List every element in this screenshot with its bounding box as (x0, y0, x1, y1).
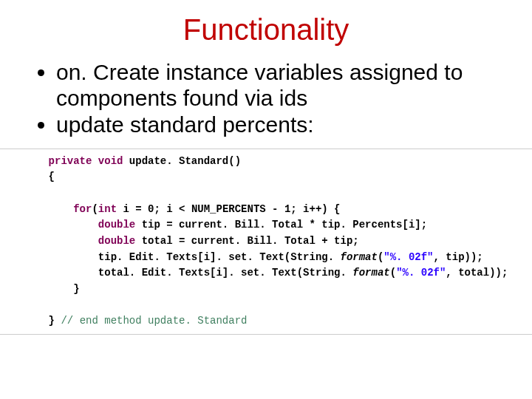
code-text: { (49, 171, 55, 183)
code-keyword: int (98, 203, 117, 215)
code-keyword: for (73, 203, 92, 215)
code-text: ( (390, 267, 396, 279)
code-text: , total)); (446, 267, 508, 279)
code-string: "%. 02f" (396, 267, 446, 279)
code-fn: format (352, 267, 389, 279)
code-comment: // end method update. Standard (61, 315, 247, 327)
code-string: "%. 02f" (383, 251, 433, 263)
slide: Functionality on. Create instance variab… (0, 0, 532, 399)
code-text: tip. Edit. Texts[i]. set. Text(String. (98, 251, 341, 263)
code-text: update. Standard() (123, 155, 241, 167)
bullet-item: on. Create instance variables assigned t… (56, 60, 502, 111)
code-text: total = current. Bill. Total + tip; (135, 235, 358, 247)
code-text: , tip)); (434, 251, 483, 263)
code-keyword: double (98, 219, 135, 231)
slide-title: Functionality (30, 13, 502, 47)
code-text: } (49, 315, 61, 327)
code-block: private void update. Standard() { for(in… (0, 149, 532, 335)
code-text: tip = current. Bill. Total * tip. Percen… (135, 219, 427, 231)
code-keyword: void (98, 155, 123, 167)
code-text: i = 0; i < NUM_PERCENTS - 1; i++) { (117, 203, 340, 215)
code-keyword: double (98, 235, 135, 247)
code-text: ( (92, 203, 98, 215)
bullet-item: update standard percents: (56, 112, 502, 138)
code-text: } (73, 283, 79, 295)
code-fn: format (340, 251, 377, 263)
code-text: total. Edit. Texts[i]. set. Text(String. (98, 267, 352, 279)
code-keyword: private (49, 155, 92, 167)
bullet-list: on. Create instance variables assigned t… (56, 60, 502, 138)
